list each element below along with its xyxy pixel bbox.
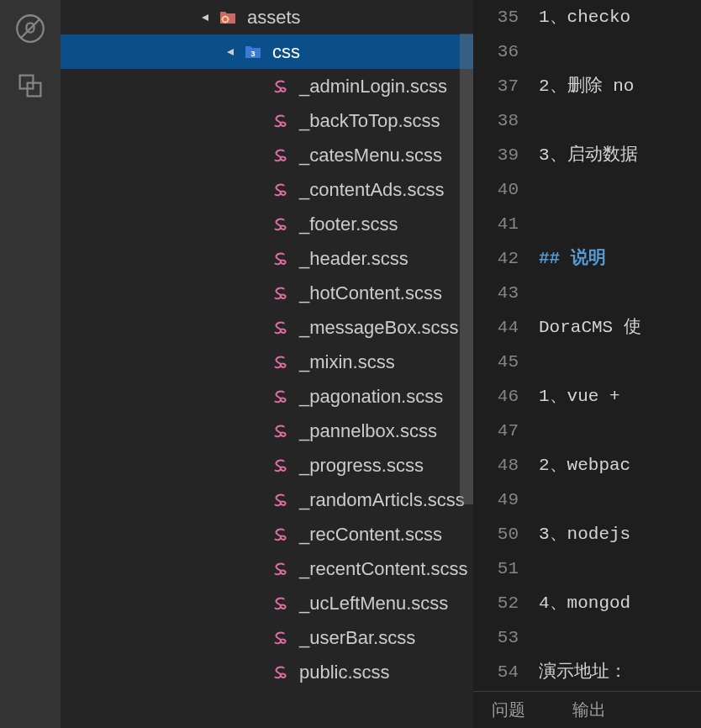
file-label: _pannelbox.scss <box>299 420 437 442</box>
file-label: _mixin.scss <box>299 351 395 373</box>
sass-icon <box>269 525 291 544</box>
line-number: 41 <box>473 207 519 241</box>
code-line <box>539 207 701 241</box>
sass-icon <box>269 353 291 372</box>
svg-line-11 <box>227 16 228 17</box>
code-line: 4、mongod <box>539 586 701 620</box>
line-number: 46 <box>473 379 519 414</box>
sass-icon <box>269 77 291 96</box>
folder-css[interactable]: 3css <box>61 34 473 69</box>
line-number: 48 <box>473 448 519 483</box>
file-label: _userBar.scss <box>299 627 415 649</box>
file-item[interactable]: _randomArticls.scss <box>61 483 473 517</box>
code-content[interactable]: 1、checko2、删除 no3、启动数据## 说明DoraCMS 使1、vue… <box>539 0 701 691</box>
line-number: 35 <box>473 0 519 34</box>
sass-icon <box>269 319 291 337</box>
file-item[interactable]: _adminLogin.scss <box>61 69 473 103</box>
folder-css-icon: 3 <box>242 42 264 62</box>
line-number: 53 <box>473 620 519 655</box>
code-line <box>539 172 701 207</box>
file-item[interactable]: _ucLeftMenu.scss <box>61 586 473 620</box>
file-label: _recentContent.scss <box>299 558 468 580</box>
line-number: 47 <box>473 414 519 448</box>
chevron-icon[interactable] <box>224 47 237 57</box>
code-line: DoraCMS 使 <box>539 310 701 345</box>
folder-label: css <box>272 41 300 63</box>
file-item[interactable]: _recentContent.scss <box>61 551 473 586</box>
code-line: 1、checko <box>539 0 701 34</box>
sass-icon <box>269 146 291 165</box>
code-line: 3、启动数据 <box>539 138 701 172</box>
code-line <box>539 276 701 310</box>
file-item[interactable]: _pagonation.scss <box>61 379 473 414</box>
code-line: 1、vue + <box>539 379 701 414</box>
line-number: 42 <box>473 241 519 276</box>
file-label: _adminLogin.scss <box>299 76 447 98</box>
code-line <box>539 103 701 138</box>
bug-disabled-icon[interactable] <box>13 12 47 45</box>
file-item[interactable]: _contentAds.scss <box>61 172 473 207</box>
file-item[interactable]: _backToTop.scss <box>61 103 473 138</box>
folder-label: assets <box>247 7 301 29</box>
code-line <box>539 345 701 379</box>
file-item[interactable]: _hotContent.scss <box>61 276 473 310</box>
line-number: 40 <box>473 172 519 207</box>
bottom-panel-tabs: 问题 输出 <box>473 691 701 728</box>
file-label: public.scss <box>299 662 390 683</box>
line-number: 36 <box>473 34 519 69</box>
code-line <box>539 34 701 69</box>
file-label: _catesMenu.scss <box>299 145 442 166</box>
file-label: _hotContent.scss <box>299 282 442 304</box>
svg-line-9 <box>223 16 224 17</box>
sass-icon <box>269 181 291 199</box>
file-item[interactable]: _pannelbox.scss <box>61 414 473 448</box>
code-line <box>539 483 701 517</box>
line-number: 37 <box>473 69 519 103</box>
sass-icon <box>269 456 291 475</box>
line-number: 43 <box>473 276 519 310</box>
sass-icon <box>269 422 291 440</box>
line-number: 50 <box>473 517 519 551</box>
file-item[interactable]: _progress.scss <box>61 448 473 483</box>
file-label: _footer.scss <box>299 214 398 235</box>
code-line <box>539 551 701 586</box>
file-label: _pagonation.scss <box>299 386 443 408</box>
file-label: _backToTop.scss <box>299 110 440 132</box>
sass-icon <box>269 594 291 613</box>
file-item[interactable]: _header.scss <box>61 241 473 276</box>
file-label: _contentAds.scss <box>299 179 444 201</box>
code-line: 演示地址： <box>539 655 701 689</box>
references-icon[interactable] <box>13 69 47 103</box>
code-line: 3、nodejs <box>539 517 701 551</box>
chevron-icon[interactable] <box>198 13 212 23</box>
sass-icon <box>269 491 291 509</box>
code-line: 2、删除 no <box>539 69 701 103</box>
file-label: _progress.scss <box>299 455 424 477</box>
line-number: 39 <box>473 138 519 172</box>
file-item[interactable]: _recContent.scss <box>61 517 473 551</box>
file-item[interactable]: _catesMenu.scss <box>61 138 473 172</box>
file-item[interactable]: _userBar.scss <box>61 620 473 655</box>
file-item[interactable]: public.scss <box>61 655 473 689</box>
line-number: 38 <box>473 103 519 138</box>
file-label: _messageBox.scss <box>299 317 459 339</box>
sass-icon <box>269 560 291 578</box>
tab-problems[interactable]: 问题 <box>492 699 525 721</box>
sidebar-scrollbar-thumb[interactable] <box>460 34 473 504</box>
sass-icon <box>269 112 291 130</box>
line-number: 54 <box>473 655 519 689</box>
file-explorer: assets3css_adminLogin.scss_backToTop.scs… <box>61 0 473 728</box>
code-line: ## 说明 <box>539 241 701 276</box>
file-item[interactable]: _footer.scss <box>61 207 473 241</box>
file-item[interactable]: _mixin.scss <box>61 345 473 379</box>
editor-area: 3536373839404142434445464748495051525354… <box>473 0 701 728</box>
sass-icon <box>269 629 291 647</box>
file-label: _ucLeftMenu.scss <box>299 593 448 615</box>
tab-output[interactable]: 输出 <box>572 699 606 721</box>
line-number: 45 <box>473 345 519 379</box>
sass-icon <box>269 663 291 682</box>
folder-assets[interactable]: assets <box>61 0 473 34</box>
file-label: _randomArticls.scss <box>299 489 465 511</box>
file-item[interactable]: _messageBox.scss <box>61 310 473 345</box>
sass-icon <box>269 388 291 406</box>
